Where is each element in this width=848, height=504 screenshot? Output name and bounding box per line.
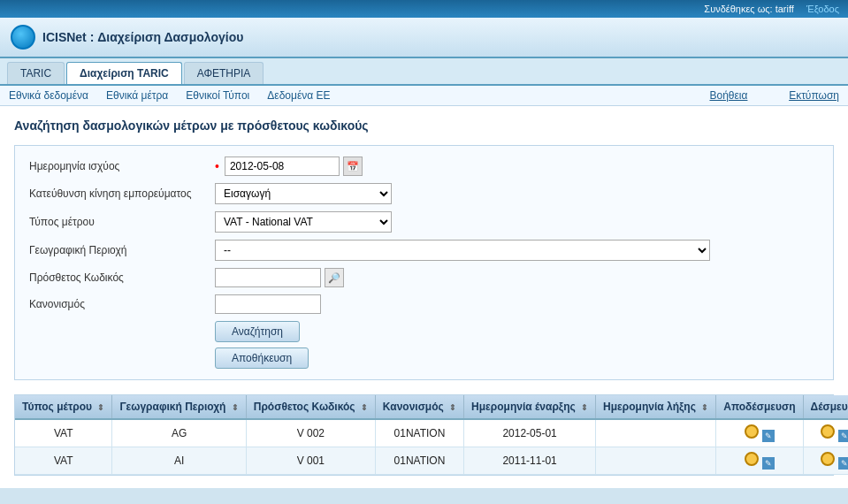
col-end-date[interactable]: Ημερομηνία λήξης ⇕ — [596, 395, 716, 419]
geo-area-select[interactable]: -- — [215, 240, 710, 261]
measure-type-control: VAT - National VAT — [215, 211, 392, 233]
cell-regulation-1: 01NATION — [375, 447, 463, 475]
nav-help[interactable]: Βοήθεια — [709, 89, 747, 102]
additional-code-control: 🔎 — [215, 268, 344, 287]
geo-area-control: -- — [215, 240, 710, 261]
additional-code-search-button[interactable]: 🔎 — [325, 268, 344, 287]
cell-additional-code-0: V 002 — [246, 419, 375, 447]
results-panel: Τύπος μέτρου ⇕ Γεωγραφική Περιοχή ⇕ Πρόσ… — [14, 394, 834, 476]
tab-afethria[interactable]: ΑΦΕΤΗΡΙΑ — [184, 62, 264, 84]
cell-measure-type-1: VAT — [15, 447, 112, 475]
sort-icon-geo-area: ⇕ — [232, 403, 239, 412]
required-dot: • — [215, 159, 219, 173]
bind-icon-0[interactable] — [821, 424, 835, 439]
tab-taric[interactable]: TARIC — [7, 62, 65, 84]
date-control: • 📅 — [215, 157, 363, 176]
sort-icon-measure-type: ⇕ — [97, 403, 104, 412]
bind-icon-1[interactable] — [821, 452, 835, 466]
date-input[interactable] — [225, 157, 340, 176]
col-start-date[interactable]: Ημερομηνία έναρξης ⇕ — [464, 395, 596, 419]
direction-label: Κατεύθυνση κίνηση εμπορεύματος — [29, 187, 206, 200]
measure-type-label: Τύπος μέτρου — [29, 216, 206, 228]
date-label: Ημερομηνία ισχύος — [29, 160, 206, 172]
tabs-row: TARIC Διαχείριση TARIC ΑΦΕΤΗΡΙΑ — [0, 58, 848, 86]
nav-national-measures[interactable]: Εθνικά μέτρα — [106, 89, 168, 102]
col-additional-code[interactable]: Πρόσθετος Κωδικός ⇕ — [246, 395, 375, 419]
cell-geo-area-1: AI — [112, 447, 246, 475]
search-button[interactable]: Αναζήτηση — [215, 321, 300, 342]
tab-manage-taric[interactable]: Διαχείριση TARIC — [66, 62, 182, 84]
page-title: Αναζήτηση δασμολογικών μέτρων με πρόσθετ… — [14, 118, 834, 133]
date-row: Ημερομηνία ισχύος • 📅 — [29, 157, 819, 176]
col-bind: Δέσμευση — [803, 395, 848, 419]
release-icon-0[interactable] — [745, 424, 759, 439]
measure-type-row: Τύπος μέτρου VAT - National VAT — [29, 211, 819, 233]
cell-geo-area-0: AG — [112, 419, 246, 447]
nav-eu-data[interactable]: Δεδομένα ΕΕ — [267, 89, 330, 102]
nav-print[interactable]: Εκτύπωση — [789, 89, 839, 102]
globe-icon — [11, 25, 35, 50]
edit-bind-icon-1[interactable]: ✎ — [838, 457, 848, 470]
geo-area-row: Γεωγραφική Περιοχή -- — [29, 240, 819, 261]
cell-release-0: ✎ — [716, 419, 803, 447]
col-release: Αποδέσμευση — [716, 395, 803, 419]
sub-nav: Εθνικά δεδομένα Εθνικά μέτρα Εθνικοί Τύπ… — [0, 86, 848, 106]
regulation-input[interactable] — [215, 294, 321, 314]
save-btn-row: Αποθήκευση — [215, 347, 819, 369]
regulation-control — [215, 294, 321, 314]
release-icon-1[interactable] — [745, 452, 759, 466]
geo-area-label: Γεωγραφική Περιοχή — [29, 244, 206, 256]
col-geo-area[interactable]: Γεωγραφική Περιοχή ⇕ — [112, 395, 246, 419]
direction-control: Εισαγωγή Εξαγωγή — [215, 183, 392, 204]
col-regulation[interactable]: Κανονισμός ⇕ — [375, 395, 463, 419]
cell-start-date-0: 2012-05-01 — [464, 419, 596, 447]
sort-icon-start-date: ⇕ — [581, 403, 588, 412]
calendar-button[interactable]: 📅 — [343, 157, 363, 176]
cell-measure-type-0: VAT — [15, 419, 112, 447]
additional-code-label: Πρόσθετος Κωδικός — [29, 271, 206, 284]
sort-icon-additional-code: ⇕ — [361, 403, 368, 412]
table-row: VAT AG V 002 01NATION 2012-05-01 ✎ ✎ — [15, 419, 848, 447]
sort-icon-end-date: ⇕ — [701, 403, 708, 412]
table-row: VAT AI V 001 01NATION 2011-11-01 ✎ ✎ — [15, 447, 848, 475]
edit-release-icon-0[interactable]: ✎ — [762, 430, 775, 442]
cell-bind-1: ✎ — [803, 447, 848, 475]
edit-release-icon-1[interactable]: ✎ — [762, 457, 775, 470]
cell-bind-0: ✎ — [803, 419, 848, 447]
sort-icon-regulation: ⇕ — [449, 403, 456, 412]
search-btn-row: Αναζήτηση — [215, 321, 819, 342]
results-table: Τύπος μέτρου ⇕ Γεωγραφική Περιοχή ⇕ Πρόσ… — [15, 395, 848, 475]
cell-release-1: ✎ — [716, 447, 803, 475]
nav-national-data[interactable]: Εθνικά δεδομένα — [9, 89, 88, 102]
edit-bind-icon-0[interactable]: ✎ — [838, 430, 848, 442]
cell-start-date-1: 2011-11-01 — [464, 447, 596, 475]
connection-text: Συνδέθηκες ως: tariff — [704, 4, 794, 14]
exit-link[interactable]: Έξοδος — [806, 4, 839, 14]
top-bar: Συνδέθηκες ως: tariff Έξοδος — [0, 0, 848, 18]
additional-code-row: Πρόσθετος Κωδικός 🔎 — [29, 268, 819, 287]
cell-end-date-0 — [596, 419, 716, 447]
direction-select[interactable]: Εισαγωγή Εξαγωγή — [215, 183, 392, 204]
app-title: ICISNet : Διαχείριση Δασμολογίου — [42, 30, 243, 44]
cell-additional-code-1: V 001 — [246, 447, 375, 475]
table-header-row: Τύπος μέτρου ⇕ Γεωγραφική Περιοχή ⇕ Πρόσ… — [15, 395, 848, 419]
regulation-label: Κανονισμός — [29, 298, 206, 310]
cell-end-date-1 — [596, 447, 716, 475]
app-header: ICISNet : Διαχείριση Δασμολογίου — [0, 18, 848, 58]
regulation-row: Κανονισμός — [29, 294, 819, 314]
col-measure-type[interactable]: Τύπος μέτρου ⇕ — [15, 395, 112, 419]
nav-national-types[interactable]: Εθνικοί Τύποι — [186, 89, 249, 102]
main-content: Αναζήτηση δασμολογικών μέτρων με πρόσθετ… — [0, 106, 848, 488]
form-panel: Ημερομηνία ισχύος • 📅 Κατεύθυνση κίνηση … — [14, 145, 834, 380]
measure-type-select[interactable]: VAT - National VAT — [215, 211, 392, 233]
save-button[interactable]: Αποθήκευση — [215, 347, 309, 369]
additional-code-input[interactable] — [215, 268, 321, 287]
cell-regulation-0: 01NATION — [375, 419, 463, 447]
direction-row: Κατεύθυνση κίνηση εμπορεύματος Εισαγωγή … — [29, 183, 819, 204]
